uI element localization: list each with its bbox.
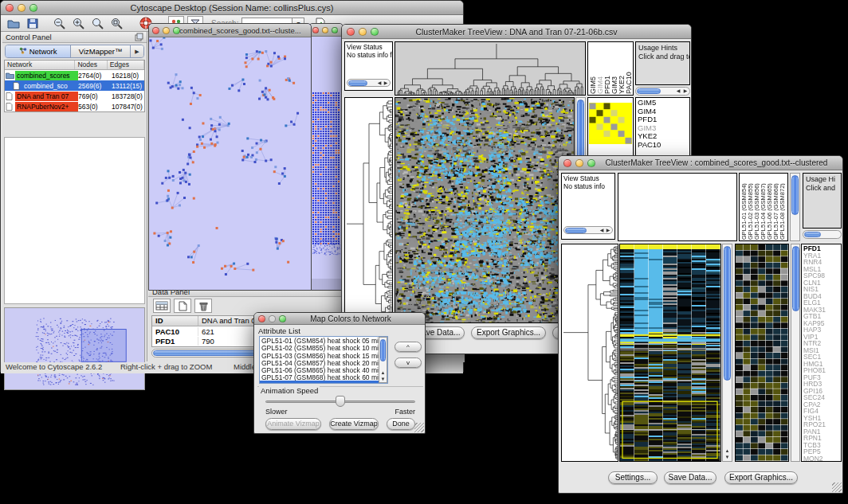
tab-network[interactable]: Network <box>6 45 71 57</box>
treeview2-usage-hints: Usage Hi Click and <box>803 173 842 229</box>
gene-label[interactable]: PAC10 <box>638 141 688 150</box>
network-overview-panel[interactable] <box>4 307 145 390</box>
tab-overflow-button[interactable]: ▶ <box>131 45 143 57</box>
column-label[interactable]: GIM3 <box>610 76 618 94</box>
close-button[interactable] <box>152 27 159 34</box>
export-graphics-button[interactable]: Export Graphics... <box>471 326 546 339</box>
minimize-button[interactable] <box>163 27 170 34</box>
treeview2-labels-vscrollbar[interactable] <box>790 173 800 241</box>
column-label[interactable]: YKE2 <box>618 76 625 94</box>
treeview1-row-dendrogram[interactable] <box>344 97 393 323</box>
main-titlebar[interactable]: Cytoscape Desktop (Session Name: collins… <box>1 1 463 15</box>
minimize-button[interactable] <box>359 28 367 36</box>
resize-handle[interactable] <box>414 423 424 432</box>
open-file-icon[interactable] <box>6 16 22 30</box>
view-status-hscrollbar[interactable]: ◀▶ <box>563 226 613 234</box>
select-attributes-icon[interactable] <box>153 299 171 313</box>
treeview2-heatmap-vscrollbar[interactable]: ▲▼ <box>722 244 732 462</box>
treeview2-column-dendrogram[interactable] <box>618 173 737 241</box>
treeview2-heatmap[interactable] <box>619 244 721 462</box>
new-attribute-icon[interactable] <box>174 299 191 313</box>
network-tree-empty-area[interactable] <box>4 137 145 304</box>
zoom-selected-icon[interactable] <box>109 16 125 30</box>
tab-network-label: Network <box>29 47 57 56</box>
column-label[interactable]: GPL51-06 (GSM865) <box>766 183 772 240</box>
treeview2-row-dendrogram[interactable] <box>561 244 618 462</box>
float-panel-icon[interactable] <box>135 33 143 45</box>
zoom-button[interactable] <box>332 27 338 33</box>
column-label[interactable]: GPL51-08 (GSM872) <box>779 183 785 240</box>
network-col-edges[interactable]: Edges <box>108 61 144 69</box>
treeview2-titlebar[interactable]: ClusterMaker TreeView : combined_scores_… <box>559 156 842 170</box>
background-network-window[interactable] <box>308 23 344 291</box>
attribute-listbox[interactable]: GPL51-01 (GSM854) heat shock 05 minGPL51… <box>259 336 388 384</box>
column-label[interactable]: GIM5 <box>589 76 596 94</box>
minimize-button[interactable] <box>269 315 276 322</box>
save-data-button[interactable]: Save Data... <box>664 471 716 484</box>
close-button[interactable] <box>312 27 319 33</box>
settings-button[interactable]: Settings... <box>608 471 658 484</box>
network-view-titlebar[interactable]: combined_scores_good.txt--cluste... <box>149 24 311 37</box>
column-label[interactable]: GPL51-03 (GSM856) <box>753 183 760 240</box>
treeview2-gene-vscrollbar[interactable] <box>791 244 800 462</box>
usage-hints-hscrollbar[interactable] <box>803 230 842 239</box>
gene-label[interactable]: PFD1 <box>638 115 688 124</box>
minimize-button[interactable] <box>18 4 26 12</box>
zoom-button[interactable] <box>587 159 595 167</box>
zoom-in-icon[interactable] <box>71 16 87 30</box>
network-row[interactable]: combined_sco2569(6)13112(15) <box>5 80 144 91</box>
column-label[interactable]: PFD1 <box>603 76 610 94</box>
column-label[interactable]: GIM4 <box>596 76 603 94</box>
export-graphics-button[interactable]: Export Graphics... <box>724 471 798 484</box>
close-button[interactable] <box>258 315 265 322</box>
attribute-selected-row[interactable] <box>260 381 387 383</box>
background-window-titlebar[interactable] <box>309 24 343 37</box>
treeview1-titlebar[interactable]: ClusterMaker TreeView : DNA and Tran 07-… <box>342 25 691 39</box>
network-overview-canvas[interactable] <box>5 308 144 389</box>
dense-network-canvas[interactable] <box>309 37 343 290</box>
treeview1-heatmap[interactable] <box>395 97 575 323</box>
resize-handle[interactable] <box>832 483 842 492</box>
dialog-titlebar[interactable]: Map Colors to Network <box>254 313 425 325</box>
attribute-list-vscrollbar[interactable]: ▲▼ <box>379 337 387 383</box>
close-button[interactable] <box>6 4 14 12</box>
tab-vizmapper[interactable]: VizMapper™ <box>71 45 131 57</box>
column-label[interactable]: GPL51-07 (GSM868) <box>772 183 779 240</box>
zoom-button[interactable] <box>29 4 37 12</box>
treeview1-column-dendrogram[interactable] <box>395 41 586 96</box>
gene-label[interactable]: GIM5 <box>638 99 688 107</box>
close-button[interactable] <box>347 28 355 36</box>
column-label[interactable]: PAC10 <box>625 72 632 94</box>
zoom-out-icon[interactable] <box>52 16 68 30</box>
save-icon[interactable] <box>25 16 41 30</box>
minimize-button[interactable] <box>322 27 328 33</box>
done-button[interactable]: Done <box>387 418 415 430</box>
network-row[interactable]: combined_scores2764(0)16218(0) <box>5 70 144 80</box>
network-row[interactable]: DNA and Tran 07769(0)183728(0) <box>5 91 144 101</box>
gene-label[interactable]: MON2 <box>803 455 839 463</box>
column-label[interactable]: GPL51-04 (GSM857) <box>760 183 766 240</box>
treeview1-gene-hscrollbar[interactable]: ◀▶ <box>635 87 690 96</box>
view-status-hscrollbar[interactable]: ◀▶ <box>347 79 391 87</box>
gene-label[interactable]: YKE2 <box>638 132 688 141</box>
network-col-nodes[interactable]: Nodes <box>75 61 107 69</box>
move-down-button[interactable]: v <box>395 357 422 368</box>
close-button[interactable] <box>563 159 571 167</box>
column-label[interactable]: GPL51-01 (GSM854) <box>740 183 747 240</box>
create-vizmap-button[interactable]: Create Vizmap <box>329 418 379 430</box>
treeview2-gene-list[interactable]: PFD1YRA1RNR4MSL1SPC98CLN1NIS1BUD4ELG1MAK… <box>801 244 842 462</box>
network-view-canvas[interactable] <box>149 37 311 290</box>
zoom-button[interactable] <box>371 28 379 36</box>
attribute-items: GPL51-01 (GSM854) heat shock 05 minGPL51… <box>260 337 387 383</box>
minimize-button[interactable] <box>575 159 583 167</box>
speed-slider-thumb[interactable] <box>336 396 345 407</box>
network-row[interactable]: RNAPuberNov2+563(0)107847(0) <box>5 101 144 111</box>
zoom-fit-icon[interactable] <box>90 16 106 30</box>
move-up-button[interactable]: ^ <box>395 342 422 352</box>
treeview2-detail-heatmap[interactable] <box>735 244 789 462</box>
animate-vizmap-button[interactable]: Animate Vizmap <box>265 418 321 430</box>
network-col-network[interactable]: Network <box>5 61 75 69</box>
delete-attribute-icon[interactable] <box>194 299 212 313</box>
column-id[interactable]: ID <box>152 316 198 326</box>
column-label[interactable]: GPL51-02 (GSM855) <box>747 183 753 240</box>
